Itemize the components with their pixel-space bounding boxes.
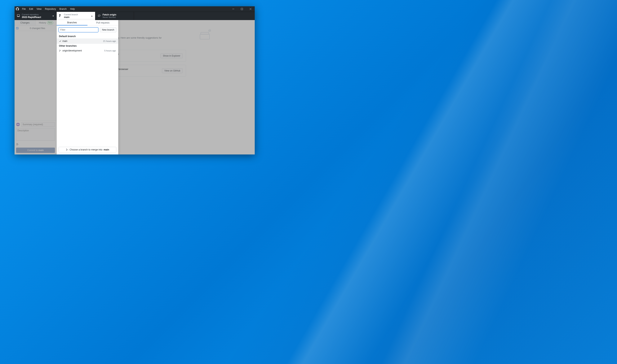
tab-changes-label: Changes	[20, 21, 29, 24]
svg-rect-5	[200, 34, 210, 39]
git-branch-icon	[59, 14, 62, 18]
tab-branches[interactable]: Branches	[57, 20, 87, 26]
git-merge-icon	[66, 148, 69, 151]
sidebar-tabs: Changes History New	[14, 20, 56, 26]
branch-time-dev: 5 hours ago	[104, 50, 116, 52]
new-badge: New	[47, 21, 53, 24]
repo-icon	[17, 14, 20, 18]
toolbar: Current repository 2022-RapidReact Curre…	[14, 12, 255, 20]
commit-button-branch: main	[38, 149, 44, 152]
add-coauthor-button[interactable]	[16, 142, 55, 146]
other-branches-label: Other branches	[57, 44, 118, 48]
svg-point-4	[17, 124, 19, 125]
show-in-explorer-button[interactable]: Show in Explorer	[160, 53, 183, 58]
window-controls	[229, 6, 255, 12]
branch-name-dev: origin/development	[62, 49, 104, 52]
menu-bar: File Edit View Repository Branch Help	[20, 6, 77, 12]
avatar-icon	[16, 123, 20, 126]
commit-button[interactable]: Commit to main	[16, 148, 55, 153]
changed-files-row: 0 changed files	[14, 26, 56, 31]
menu-repository[interactable]: Repository	[43, 6, 58, 12]
commit-button-prefix: Commit to	[27, 149, 38, 152]
repo-name: 2022-RapidReact	[22, 16, 41, 19]
tab-history-label: History	[39, 21, 46, 24]
new-branch-button[interactable]: New branch	[100, 27, 116, 32]
svg-point-9	[59, 51, 60, 52]
minimize-button[interactable]	[229, 6, 237, 12]
branch-label: Current branch	[64, 13, 78, 16]
branch-time-main: 21 hours ago	[103, 40, 116, 42]
commit-form: Commit to main	[14, 120, 56, 155]
menu-help[interactable]: Help	[68, 6, 77, 12]
svg-point-8	[59, 50, 60, 50]
app-window: File Edit View Repository Branch Help Cu…	[14, 6, 255, 155]
default-branch-label: Default branch	[57, 34, 118, 39]
tab-pull-requests[interactable]: Pull requests	[87, 20, 118, 25]
svg-rect-2	[17, 16, 20, 17]
tab-changes[interactable]: Changes	[14, 20, 36, 26]
branch-dropdown: Branches Pull requests New branch Defaul…	[57, 20, 118, 155]
chevron-down-icon	[52, 14, 54, 18]
no-changes-illustration-icon	[199, 28, 213, 40]
select-all-checkbox[interactable]	[16, 27, 19, 29]
app-body: Changes History New 0 changed files	[14, 20, 255, 155]
repo-label: Current repository	[22, 13, 41, 16]
svg-rect-1	[17, 14, 20, 16]
maximize-button[interactable]	[237, 6, 246, 12]
merge-branch-button[interactable]: Choose a branch to merge into main	[59, 147, 116, 153]
merge-button-branch: main	[104, 148, 109, 151]
current-repository-selector[interactable]: Current repository 2022-RapidReact	[14, 12, 57, 20]
fetch-origin-button[interactable]: Fetch origin Never fetched	[95, 12, 134, 20]
fetch-sub: Never fetched	[103, 16, 116, 19]
changed-files-count: 0 changed files	[20, 27, 55, 30]
sync-icon	[98, 14, 101, 18]
titlebar: File Edit View Repository Branch Help	[14, 6, 255, 12]
branch-name-main: main	[62, 40, 103, 42]
svg-point-11	[66, 149, 67, 149]
merge-button-prefix: Choose a branch to merge into	[70, 148, 103, 151]
sidebar: Changes History New 0 changed files	[14, 20, 57, 155]
chevron-up-icon	[91, 14, 93, 18]
svg-rect-6	[201, 32, 209, 34]
summary-input[interactable]	[21, 122, 55, 127]
branch-name: main	[64, 16, 78, 19]
branch-popup-tabs: Branches Pull requests	[57, 20, 118, 26]
fetch-label: Fetch origin	[103, 13, 116, 16]
description-input[interactable]	[16, 128, 55, 141]
tab-history[interactable]: History New	[36, 20, 56, 26]
svg-point-12	[66, 150, 67, 151]
menu-edit[interactable]: Edit	[27, 6, 35, 12]
menu-branch[interactable]: Branch	[58, 6, 68, 12]
branch-filter-input[interactable]	[59, 27, 98, 32]
branch-item-main[interactable]: main 21 hours ago	[57, 39, 118, 44]
branch-item-origin-development[interactable]: origin/development 5 hours ago	[57, 48, 118, 53]
current-branch-selector[interactable]: Current branch main	[57, 12, 95, 20]
menu-view[interactable]: View	[35, 6, 43, 12]
close-button[interactable]	[246, 6, 255, 12]
check-icon	[59, 40, 62, 42]
menu-file[interactable]: File	[20, 6, 27, 12]
git-branch-icon	[59, 50, 62, 52]
view-on-github-button[interactable]: View on GitHub	[162, 68, 183, 73]
svg-rect-0	[241, 8, 243, 10]
github-logo-icon	[14, 7, 20, 11]
